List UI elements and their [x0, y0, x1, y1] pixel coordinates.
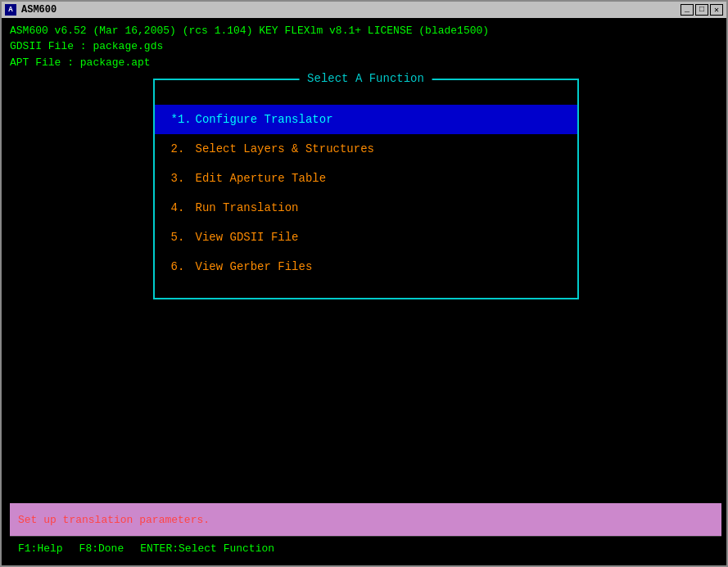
menu-item-label-2: Select Layers & Structures: [196, 142, 374, 155]
menu-item-number-4: 4.: [171, 201, 196, 214]
window-controls: _ □ ✕: [681, 4, 723, 16]
help-bar: F1:HelpF8:DoneENTER:Select Function: [10, 536, 721, 560]
maximize-button[interactable]: □: [695, 4, 708, 16]
info-lines: ASM600 v6.52 (Mar 16,2005) (rcs 1.104) K…: [10, 23, 721, 71]
menu-item-label-3: Edit Aperture Table: [196, 172, 327, 185]
menu-item-label-5: View GDSII File: [196, 231, 299, 244]
title-bar: A ASM600 _ □ ✕: [2, 2, 726, 18]
menu-item-label-4: Run Translation: [196, 201, 299, 214]
menu-item-number-3: 3.: [171, 172, 196, 185]
menu-item-3[interactable]: 3. Edit Aperture Table: [155, 164, 577, 193]
menu-item-number-1: *1.: [171, 113, 196, 126]
minimize-button[interactable]: _: [681, 4, 694, 16]
menu-item-4[interactable]: 4. Run Translation: [155, 193, 577, 223]
menu-item-number-6: 6.: [171, 260, 196, 273]
menu-item-number-5: 5.: [171, 231, 196, 244]
menu-title: Select A Function: [299, 72, 432, 85]
info-line-2: GDSII File : package.gds: [10, 38, 721, 55]
info-line-3: APT File : package.apt: [10, 55, 721, 71]
menu-item-1[interactable]: *1. Configure Translator: [155, 105, 577, 134]
menu-items-list: *1. Configure Translator2. Select Layers…: [155, 105, 577, 281]
close-button[interactable]: ✕: [710, 4, 723, 16]
main-area: ASM600 v6.52 (Mar 16,2005) (rcs 1.104) K…: [2, 18, 728, 565]
menu-item-label-1: Configure Translator: [196, 113, 333, 126]
info-line-1: ASM600 v6.52 (Mar 16,2005) (rcs 1.104) K…: [10, 23, 721, 39]
window-title: ASM600: [21, 4, 676, 16]
menu-item-2[interactable]: 2. Select Layers & Structures: [155, 134, 577, 164]
app-icon: A: [5, 4, 16, 16]
menu-item-number-2: 2.: [171, 142, 196, 155]
menu-item-label-6: View Gerber Files: [196, 260, 313, 273]
status-bar: Set up translation parameters.: [10, 503, 721, 536]
help-item-1: F1:Help: [18, 542, 63, 555]
menu-box: Select A Function *1. Configure Translat…: [153, 79, 579, 299]
menu-item-5[interactable]: 5. View GDSII File: [155, 223, 577, 252]
help-item-2: F8:Done: [79, 542, 124, 555]
menu-item-6[interactable]: 6. View Gerber Files: [155, 252, 577, 281]
app-window: A ASM600 _ □ ✕ ASM600 v6.52 (Mar 16,2005…: [0, 0, 728, 567]
status-text: Set up translation parameters.: [18, 514, 210, 526]
help-item-3: ENTER:Select Function: [140, 542, 274, 555]
